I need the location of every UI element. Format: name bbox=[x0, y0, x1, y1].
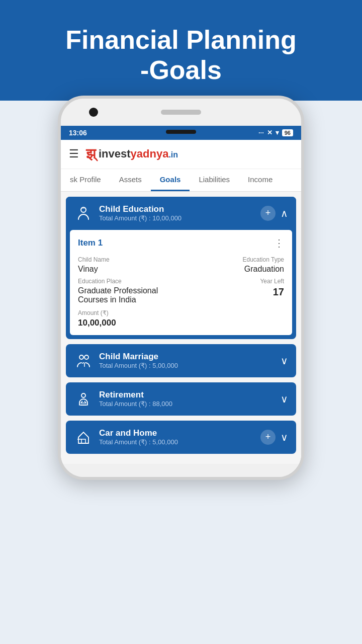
tab-income[interactable]: Income bbox=[239, 169, 282, 191]
goal-retirement-header-left: Retirement Total Amount (₹) : 88,000 bbox=[74, 389, 172, 409]
volume-down-button bbox=[58, 172, 60, 197]
education-type-value: Graduation bbox=[183, 265, 284, 274]
goal-title-area: Child Education Total Amount (₹) : 10,00… bbox=[99, 204, 182, 222]
logo-text: investyadnya.in bbox=[99, 147, 178, 160]
tab-assets[interactable]: Assets bbox=[110, 169, 151, 191]
item-card-header: Item 1 ⋮ bbox=[78, 237, 284, 249]
svg-point-2 bbox=[79, 355, 83, 359]
education-place-label: Education Place bbox=[78, 278, 179, 285]
car-home-icon bbox=[74, 428, 93, 447]
year-left-field: Year Left 17 bbox=[183, 278, 284, 304]
app-logo: झ् investyadnya.in bbox=[86, 146, 178, 163]
car-home-add-button[interactable]: + bbox=[260, 430, 276, 445]
logo-symbol: झ् bbox=[86, 146, 96, 163]
goal-car-home-subtitle: Total Amount (₹) : 5,00,000 bbox=[99, 438, 178, 446]
goal-child-marriage-header[interactable]: Child Marriage Total Amount (₹) : 5,00,0… bbox=[66, 344, 296, 377]
goal-child-education-header[interactable]: Child Education Total Amount (₹) : 10,00… bbox=[66, 197, 296, 230]
education-icon bbox=[74, 204, 93, 223]
marriage-icon bbox=[74, 351, 93, 370]
goal-child-marriage: Child Marriage Total Amount (₹) : 5,00,0… bbox=[66, 344, 296, 377]
tab-liabilities[interactable]: Liabilities bbox=[190, 169, 239, 191]
item-menu-icon[interactable]: ⋮ bbox=[274, 237, 284, 249]
goal-child-education-title: Child Education bbox=[99, 204, 182, 214]
goal-retirement-header[interactable]: Retirement Total Amount (₹) : 88,000 ∨ bbox=[66, 382, 296, 416]
tab-goals[interactable]: Goals bbox=[151, 169, 190, 191]
retirement-icon bbox=[74, 389, 93, 409]
power-button bbox=[302, 159, 304, 179]
app-header: ☰ झ् investyadnya.in bbox=[61, 140, 301, 169]
front-camera bbox=[89, 108, 98, 117]
battery-level: 96 bbox=[282, 129, 293, 136]
phone-wrapper: 13:06 ··· ✕ ▾ 96 ☰ झ् investyadnya.in bbox=[0, 101, 362, 644]
goal-retirement-subtitle: Total Amount (₹) : 88,000 bbox=[99, 400, 172, 408]
child-name-value: Vinay bbox=[78, 265, 179, 274]
hamburger-menu-icon[interactable]: ☰ bbox=[69, 148, 79, 159]
logo-dot-in: .in bbox=[168, 150, 178, 159]
goal-child-education: Child Education Total Amount (₹) : 10,00… bbox=[66, 197, 296, 339]
wifi-icon: ▾ bbox=[276, 129, 279, 136]
earpiece bbox=[166, 130, 196, 134]
goal-marriage-title-area: Child Marriage Total Amount (₹) : 5,00,0… bbox=[99, 352, 178, 369]
amount-value: 10,00,000 bbox=[78, 318, 284, 328]
goal-marriage-header-left: Child Marriage Total Amount (₹) : 5,00,0… bbox=[74, 351, 178, 370]
svg-point-3 bbox=[84, 355, 88, 359]
signal-dots: ··· bbox=[258, 129, 264, 136]
tab-bar: sk Profile Assets Goals Liabilities Inco… bbox=[61, 169, 301, 192]
goal-header-right: + ∧ bbox=[260, 206, 288, 221]
goal-car-home-header-right: + ∨ bbox=[260, 430, 288, 445]
collapse-button[interactable]: ∧ bbox=[281, 207, 288, 219]
goal-retirement-title-area: Retirement Total Amount (₹) : 88,000 bbox=[99, 390, 172, 408]
phone-screen: 13:06 ··· ✕ ▾ 96 ☰ झ् investyadnya.in bbox=[61, 126, 301, 464]
car-home-expand-button[interactable]: ∨ bbox=[281, 431, 288, 443]
goal-header-left: Child Education Total Amount (₹) : 10,00… bbox=[74, 204, 182, 223]
year-left-value: 17 bbox=[183, 286, 284, 298]
item-grid: Child Name Vinay Education Type Graduati… bbox=[78, 256, 284, 304]
phone-bottom-bar bbox=[61, 464, 301, 477]
item-name: Item 1 bbox=[78, 238, 103, 248]
svg-rect-5 bbox=[81, 439, 85, 443]
goal-child-education-subtitle: Total Amount (₹) : 10,00,000 bbox=[99, 214, 182, 222]
goal-car-home-header-left: Car and Home Total Amount (₹) : 5,00,000 bbox=[74, 428, 178, 447]
education-type-field: Education Type Graduation bbox=[183, 256, 284, 274]
svg-point-4 bbox=[81, 393, 85, 397]
tab-risk-profile[interactable]: sk Profile bbox=[61, 169, 110, 191]
education-type-label: Education Type bbox=[183, 256, 284, 263]
logo-invest: invest bbox=[99, 147, 131, 160]
goal-retirement-title: Retirement bbox=[99, 390, 172, 400]
content-area: Child Education Total Amount (₹) : 10,00… bbox=[61, 192, 301, 464]
hero-section: Financial Planning -Goals bbox=[0, 0, 362, 101]
goal-car-home: Car and Home Total Amount (₹) : 5,00,000… bbox=[66, 421, 296, 454]
phone-top-bar bbox=[61, 99, 301, 126]
education-place-value: Graduate Professional Courses in India bbox=[78, 286, 179, 304]
education-place-field: Education Place Graduate Professional Co… bbox=[78, 278, 179, 304]
marriage-expand-button[interactable]: ∨ bbox=[281, 355, 288, 367]
logo-yadnya: yadnya bbox=[131, 147, 169, 160]
svg-rect-1 bbox=[81, 207, 85, 209]
goal-car-home-title-area: Car and Home Total Amount (₹) : 5,00,000 bbox=[99, 428, 178, 446]
volume-up-button bbox=[58, 149, 60, 164]
phone-device: 13:06 ··· ✕ ▾ 96 ☰ झ् investyadnya.in bbox=[58, 96, 304, 480]
child-name-field: Child Name Vinay bbox=[78, 256, 179, 274]
goal-marriage-header-right: ∨ bbox=[281, 355, 288, 367]
status-time: 13:06 bbox=[69, 129, 87, 137]
amount-label: Amount (₹) bbox=[78, 309, 284, 316]
status-bar-right: ··· ✕ ▾ 96 bbox=[258, 129, 293, 136]
top-speaker bbox=[161, 110, 201, 115]
goal-car-home-header[interactable]: Car and Home Total Amount (₹) : 5,00,000… bbox=[66, 421, 296, 454]
goal-child-marriage-subtitle: Total Amount (₹) : 5,00,000 bbox=[99, 362, 178, 369]
add-item-button[interactable]: + bbox=[260, 206, 276, 221]
goal-retirement: Retirement Total Amount (₹) : 88,000 ∨ bbox=[66, 382, 296, 416]
goal-car-home-title: Car and Home bbox=[99, 428, 178, 438]
hero-title: Financial Planning -Goals bbox=[65, 25, 296, 86]
year-left-label: Year Left bbox=[183, 278, 284, 285]
item-card-1: Item 1 ⋮ Child Name Vinay Education Type… bbox=[70, 230, 292, 335]
child-name-label: Child Name bbox=[78, 256, 179, 263]
retirement-expand-button[interactable]: ∨ bbox=[281, 393, 288, 405]
goal-retirement-header-right: ∨ bbox=[281, 393, 288, 405]
signal-x-icon: ✕ bbox=[267, 129, 273, 136]
goal-child-marriage-title: Child Marriage bbox=[99, 352, 178, 362]
amount-section: Amount (₹) 10,00,000 bbox=[78, 309, 284, 328]
